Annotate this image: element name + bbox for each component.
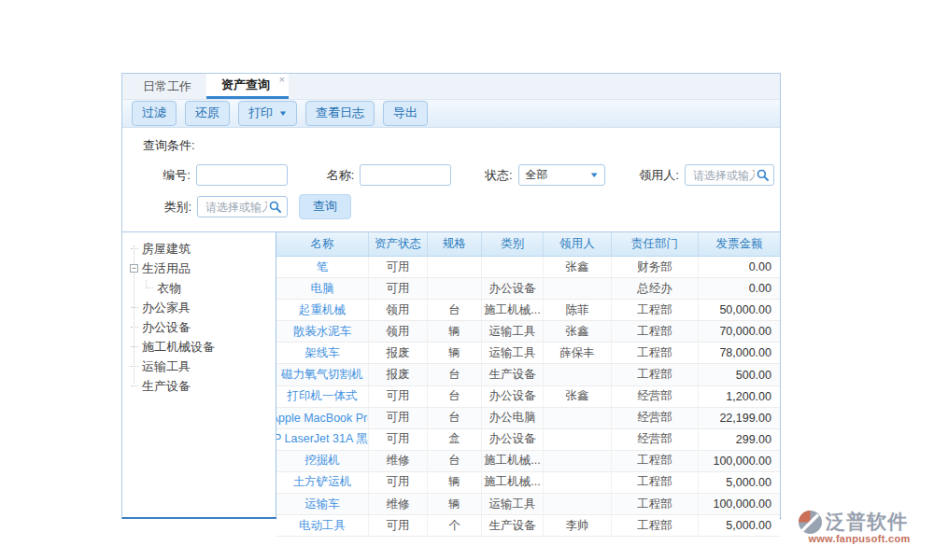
table-cell: 施工机械...: [482, 451, 544, 471]
restore-button[interactable]: 还原: [185, 101, 230, 126]
export-button[interactable]: 导出: [383, 101, 428, 126]
name-input[interactable]: [360, 164, 451, 186]
category-input[interactable]: [204, 200, 269, 215]
table-row: 散装水泥车领用辆运输工具张鑫工程部70,000.00: [276, 321, 780, 343]
status-select[interactable]: 全部 ▼: [518, 164, 605, 186]
category-tree: 房屋建筑−生活用品衣物办公家具办公设备施工机械设备运输工具生产设备: [122, 232, 276, 517]
print-button-label: 打印: [248, 105, 273, 121]
asset-name-link[interactable]: 散装水泥车: [276, 321, 369, 342]
tree-item-1[interactable]: −生活用品: [131, 259, 276, 278]
column-header: 发票金额: [699, 232, 780, 256]
asset-name-link[interactable]: 电动工具: [276, 515, 369, 536]
table-cell: 0.00: [699, 278, 780, 299]
tree-item-label: 房屋建筑: [142, 241, 191, 258]
asset-name-link[interactable]: 运输车: [276, 494, 369, 514]
tree-item-4[interactable]: 办公设备: [131, 317, 276, 337]
table-cell: 可用: [369, 386, 428, 407]
tree-branch-connector: [131, 346, 138, 347]
table-cell: 70,000.00: [699, 321, 780, 342]
asset-name-link[interactable]: 起重机械: [276, 300, 369, 320]
asset-name-link[interactable]: HP LaserJet 31A 黑硒: [276, 429, 369, 450]
table-cell: 台: [428, 386, 482, 407]
table-cell: 生产设备: [482, 364, 544, 385]
table-cell: 0.00: [699, 257, 780, 277]
asset-name-link[interactable]: 笔: [276, 257, 369, 277]
table-cell: 施工机械...: [482, 300, 544, 320]
asset-name-link[interactable]: Apple MacBook Pro: [276, 408, 369, 428]
asset-name-link[interactable]: 架线车: [276, 343, 369, 363]
table-cell: 领用: [369, 321, 428, 342]
table-body: 笔可用张鑫财务部0.00电脑可用办公设备总经办0.00起重机械领用台施工机械..…: [276, 257, 780, 537]
tab-asset-query[interactable]: 资产查询 ×: [206, 74, 289, 99]
table-cell: 辆: [428, 343, 482, 363]
table-cell: 台: [428, 300, 482, 320]
table-cell: 李帅: [544, 515, 612, 536]
asset-name-link[interactable]: 土方铲运机: [276, 472, 369, 493]
print-button[interactable]: 打印▼: [238, 101, 297, 126]
asset-name-link[interactable]: 挖掘机: [276, 451, 369, 471]
collapse-icon[interactable]: −: [130, 264, 138, 273]
asset-name-link[interactable]: 电脑: [276, 278, 369, 299]
tree-item-5[interactable]: 施工机械设备: [131, 337, 276, 357]
table-row: Apple MacBook Pro可用台办公电脑经营部22,199.00: [276, 408, 780, 429]
tree-item-label: 办公家具: [142, 300, 191, 316]
status-label: 状态:: [479, 167, 512, 184]
table-cell: [428, 257, 482, 277]
table-cell: [544, 278, 612, 299]
column-header: 资产状态: [369, 232, 428, 256]
search-icon[interactable]: [269, 201, 281, 213]
search-icon[interactable]: [757, 169, 769, 181]
table-row: 挖掘机维修台施工机械...工程部100,000.00: [276, 451, 780, 472]
asset-name-link[interactable]: 磁力氧气切割机: [276, 364, 369, 385]
table-cell: 5,000.00: [699, 472, 780, 493]
tab-daily-work[interactable]: 日常工作: [128, 74, 206, 99]
table-cell: 生产设备: [482, 515, 544, 536]
table-cell: 可用: [369, 472, 428, 493]
tree-item-label: 办公设备: [142, 319, 191, 336]
table-cell: [544, 408, 612, 428]
tree-item-2[interactable]: 衣物: [146, 278, 276, 298]
recipient-input[interactable]: [691, 168, 757, 183]
view-log-button[interactable]: 查看日志: [305, 101, 375, 126]
tree-item-6[interactable]: 运输工具: [131, 357, 276, 376]
code-input[interactable]: [196, 164, 288, 186]
table-cell: 经营部: [612, 429, 699, 450]
table-cell: 工程部: [612, 494, 699, 514]
asset-name-link[interactable]: 打印机一体式: [276, 386, 369, 407]
table-cell: 台: [428, 451, 482, 471]
table-row: 打印机一体式可用台办公设备张鑫经营部1,200.00: [276, 386, 780, 408]
table-cell: 工程部: [612, 343, 699, 363]
watermark-url: www.fanpusoft.com: [798, 533, 921, 544]
search-button[interactable]: 查询: [299, 194, 351, 219]
recipient-picker[interactable]: [685, 164, 774, 186]
caret-down-icon: ▼: [588, 171, 599, 179]
table-row: HP LaserJet 31A 黑硒可用盒办公设备经营部299.00: [276, 429, 780, 451]
category-label: 类别:: [143, 199, 191, 216]
table-cell: 经营部: [612, 408, 699, 428]
query-conditions-section: 查询条件: 编号: 名称: 状态: 全部 ▼ 领用人: 类别:: [122, 128, 780, 232]
table-cell: 工程部: [612, 300, 699, 320]
table-cell: 辆: [428, 472, 482, 493]
table-cell: 维修: [369, 494, 428, 514]
tree-item-3[interactable]: 办公家具: [131, 298, 276, 317]
tab-daily-work-label: 日常工作: [143, 78, 191, 95]
table-cell: 5,000.00: [699, 515, 780, 536]
query-row-2: 类别: 查询: [143, 194, 774, 219]
filter-button[interactable]: 过滤: [132, 101, 177, 126]
tree-item-0[interactable]: 房屋建筑: [131, 239, 276, 259]
table-cell: 个: [428, 515, 482, 536]
table-cell: 可用: [369, 257, 428, 277]
table-cell: 299.00: [699, 429, 780, 450]
table-cell: 台: [428, 408, 482, 428]
close-icon[interactable]: ×: [279, 75, 285, 85]
category-picker[interactable]: [197, 196, 288, 217]
table-cell: 辆: [428, 321, 482, 342]
table-cell: 经营部: [612, 386, 699, 407]
table-cell: 运输工具: [482, 321, 544, 342]
query-row-1: 编号: 名称: 状态: 全部 ▼ 领用人:: [143, 164, 774, 186]
table-cell: 100,000.00: [699, 494, 780, 514]
table-cell: 工程部: [612, 321, 699, 342]
tree-branch-connector: [131, 248, 138, 249]
tree-item-7[interactable]: 生产设备: [131, 376, 276, 396]
table-cell: 陈菲: [544, 300, 612, 320]
